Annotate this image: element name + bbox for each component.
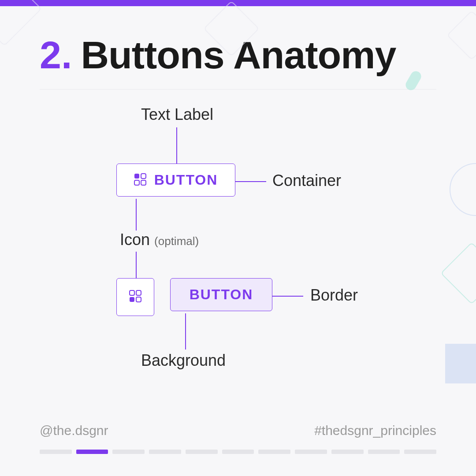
progress-segment xyxy=(76,450,108,454)
progress-segment xyxy=(186,450,218,454)
connector-line xyxy=(136,199,137,231)
grid-icon xyxy=(134,173,146,187)
annotation-text: Border xyxy=(310,286,358,304)
svg-rect-1 xyxy=(141,174,146,178)
svg-rect-7 xyxy=(136,297,141,302)
anatomy-diagram: Text Label BUTTON Container Icon (opt xyxy=(40,94,436,394)
annotation-text: Text Label xyxy=(141,105,213,123)
svg-rect-5 xyxy=(136,290,141,295)
annotation-text: Container xyxy=(272,171,341,190)
annotation-background: Background xyxy=(141,351,226,370)
progress-segment xyxy=(331,450,364,454)
annotation-text: Background xyxy=(141,351,226,369)
button-label: BUTTON xyxy=(190,286,253,303)
annotation-icon: Icon (optimal) xyxy=(120,231,199,249)
button-label: BUTTON xyxy=(154,172,218,188)
progress-segment xyxy=(295,450,327,454)
annotation-container: Container xyxy=(272,171,341,190)
progress-segment xyxy=(404,450,436,454)
connector-line xyxy=(185,313,186,350)
title-number: 2. xyxy=(40,33,72,78)
example-button-primary: BUTTON xyxy=(116,164,235,197)
deco-shape xyxy=(445,344,476,383)
connector-line xyxy=(235,181,266,182)
svg-rect-4 xyxy=(130,290,134,295)
example-button-filled: BUTTON xyxy=(170,278,272,311)
svg-rect-6 xyxy=(130,297,134,302)
progress-segment xyxy=(40,450,72,454)
example-icon-box xyxy=(116,278,154,316)
footer-handle: @the.dsgnr xyxy=(40,423,108,438)
connector-line xyxy=(136,252,137,278)
footer-hashtag: #thedsgnr_principles xyxy=(314,423,436,438)
progress-segment xyxy=(258,450,290,454)
annotation-subtext: (optimal) xyxy=(154,234,199,248)
annotation-text: Icon xyxy=(120,231,150,249)
svg-rect-3 xyxy=(141,180,146,185)
progress-segment xyxy=(149,450,181,454)
connector-line xyxy=(272,296,303,297)
progress-segment xyxy=(222,450,254,454)
annotation-border: Border xyxy=(310,286,358,305)
svg-rect-2 xyxy=(134,180,139,185)
top-accent-bar xyxy=(0,0,476,6)
annotation-text-label: Text Label xyxy=(141,105,213,124)
progress-segment xyxy=(368,450,400,454)
svg-rect-0 xyxy=(134,174,139,178)
progress-indicator xyxy=(40,450,436,454)
footer: @the.dsgnr #thedsgnr_principles xyxy=(40,423,436,454)
grid-icon xyxy=(129,290,141,304)
progress-segment xyxy=(112,450,145,454)
connector-line xyxy=(176,127,177,164)
